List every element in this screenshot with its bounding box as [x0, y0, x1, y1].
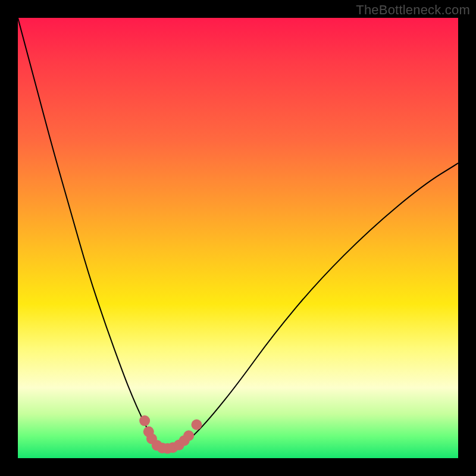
bottleneck-curve — [18, 18, 458, 449]
marker-dot — [139, 415, 150, 426]
plot-area — [18, 18, 458, 458]
marker-dot — [183, 430, 194, 441]
marker-dot — [191, 419, 202, 430]
chart-frame: TheBottleneck.com — [0, 0, 476, 476]
bottleneck-curve-svg — [18, 18, 458, 458]
curve-markers — [139, 415, 202, 454]
watermark-text: TheBottleneck.com — [356, 2, 470, 18]
